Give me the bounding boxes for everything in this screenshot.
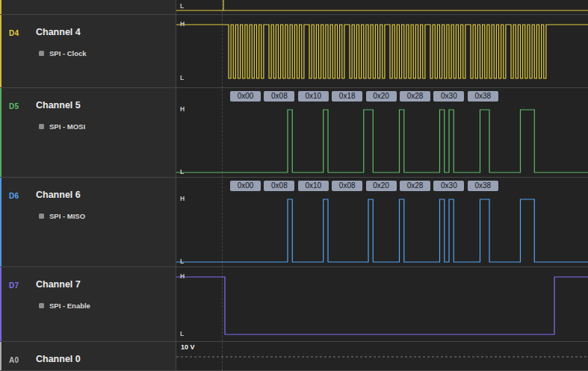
analyzer-chip-icon: [39, 213, 44, 219]
channel-color-strip: [0, 267, 1, 341]
voltage-scale-label: 10 V: [181, 343, 195, 351]
channel-id-badge[interactable]: A0: [9, 356, 19, 364]
channel-color-strip: [0, 88, 1, 177]
channel-sidebar-d6[interactable]: D6 Channel 6 SPI - MISO: [0, 178, 176, 266]
enable-waveform[interactable]: [176, 267, 588, 342]
analyzer-label: SPI - Clock: [49, 49, 87, 57]
channel-sidebar-partial[interactable]: [0, 0, 176, 14]
channel-color-strip: [0, 15, 1, 87]
channel-sidebar-a0[interactable]: A0 Channel 0: [0, 342, 176, 370]
high-level-label: H: [180, 20, 185, 28]
channel-name: Channel 5: [36, 100, 81, 110]
byte-annotation[interactable]: 0x10: [298, 91, 329, 102]
low-level-label: L: [180, 74, 184, 81]
high-level-label: H: [180, 105, 185, 113]
channel-name: Channel 4: [36, 27, 81, 37]
channel-name: Channel 6: [36, 190, 81, 200]
analyzer-chip-icon: [39, 303, 44, 308]
waveform-area-d6[interactable]: 0x000x080x100x080x200x280x300x38 H L: [176, 178, 588, 266]
analyzer-row[interactable]: SPI - MISO: [39, 212, 85, 220]
analyzer-row[interactable]: SPI - MOSI: [39, 122, 85, 131]
decoded-bytes-row: 0x000x080x100x180x200x280x300x38: [176, 91, 588, 102]
channel-name: Channel 7: [36, 279, 81, 290]
waveform-area-d5[interactable]: 0x000x080x100x180x200x280x300x38 H L: [176, 88, 588, 177]
channel-id-badge[interactable]: D6: [9, 192, 19, 200]
byte-annotation[interactable]: 0x28: [400, 91, 430, 102]
low-level-label: L: [180, 168, 184, 175]
high-level-label: H: [180, 195, 185, 202]
channel-id-badge[interactable]: D5: [9, 102, 19, 110]
waveform-area-d4[interactable]: H L: [176, 15, 588, 87]
channel-row-d5: D5 Channel 5 SPI - MOSI 0x000x080x100x18…: [0, 88, 588, 178]
high-level-label: H: [180, 272, 185, 280]
analyzer-chip-icon: [39, 124, 44, 129]
analyzer-row[interactable]: SPI - Enable: [39, 302, 90, 310]
low-level-label: L: [180, 330, 184, 337]
channel-color-strip: [0, 178, 1, 266]
analog-gridline: [176, 342, 588, 371]
channel-name: Channel 0: [36, 354, 81, 364]
low-level-label: L: [180, 2, 184, 10]
miso-waveform[interactable]: [176, 178, 588, 267]
logic-analyzer-window: L D4 Channel 4 SPI - Clock H L D5 Channe…: [0, 0, 588, 371]
waveform-area-partial[interactable]: L: [176, 0, 588, 14]
channel-sidebar-d4[interactable]: D4 Channel 4 SPI - Clock: [0, 15, 176, 87]
channel-sidebar-d7[interactable]: D7 Channel 7 SPI - Enable: [0, 267, 176, 341]
byte-annotation[interactable]: 0x08: [264, 181, 294, 191]
analyzer-label: SPI - MISO: [49, 212, 85, 220]
channel-color-strip: [0, 0, 1, 14]
clock-waveform[interactable]: [176, 15, 588, 88]
channel-row-d6: D6 Channel 6 SPI - MISO 0x000x080x100x08…: [0, 178, 588, 267]
channel-row-partial: L: [0, 0, 588, 15]
analyzer-label: SPI - MOSI: [49, 122, 85, 131]
byte-annotation[interactable]: 0x30: [433, 181, 464, 191]
byte-annotation[interactable]: 0x20: [366, 91, 397, 102]
byte-annotation[interactable]: 0x08: [264, 91, 294, 102]
mosi-waveform[interactable]: [176, 88, 588, 178]
byte-annotation[interactable]: 0x08: [332, 181, 362, 191]
channel-row-d7: D7 Channel 7 SPI - Enable H L: [0, 267, 588, 342]
analyzer-label: SPI - Enable: [49, 302, 90, 310]
byte-annotation[interactable]: 0x18: [332, 91, 362, 102]
byte-annotation[interactable]: 0x38: [468, 91, 498, 102]
analyzer-chip-icon: [39, 51, 44, 56]
channel-color-strip: [0, 342, 1, 370]
decoded-bytes-row: 0x000x080x100x080x200x280x300x38: [176, 181, 588, 191]
partial-waveform: [176, 0, 588, 15]
waveform-area-a0[interactable]: 10 V: [176, 342, 588, 370]
byte-annotation[interactable]: 0x00: [230, 181, 261, 191]
channel-sidebar-d5[interactable]: D5 Channel 5 SPI - MOSI: [0, 88, 176, 177]
waveform-area-d7[interactable]: H L: [176, 267, 588, 341]
channel-id-badge[interactable]: D4: [9, 29, 19, 37]
byte-annotation[interactable]: 0x28: [400, 181, 430, 191]
byte-annotation[interactable]: 0x10: [298, 181, 329, 191]
byte-annotation[interactable]: 0x20: [366, 181, 397, 191]
channel-id-badge[interactable]: D7: [9, 281, 19, 290]
analyzer-row[interactable]: SPI - Clock: [39, 49, 87, 57]
byte-annotation[interactable]: 0x38: [468, 181, 498, 191]
channel-row-a0: A0 Channel 0 10 V: [0, 342, 588, 371]
byte-annotation[interactable]: 0x00: [230, 91, 261, 102]
byte-annotation[interactable]: 0x30: [433, 91, 464, 102]
low-level-label: L: [180, 258, 184, 265]
channel-row-d4: D4 Channel 4 SPI - Clock H L: [0, 15, 588, 88]
